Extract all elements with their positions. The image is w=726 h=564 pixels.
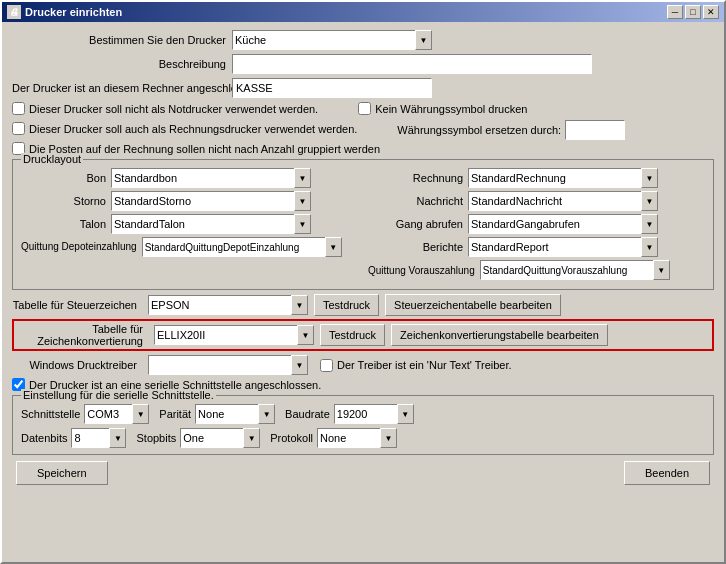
schnittstelle-label: Schnittstelle <box>21 408 80 420</box>
steuerzeichen-row: Tabelle für Steuerzeichen EPSON ▼ Testdr… <box>12 294 714 316</box>
bon-row: Bon Standardbon ▼ <box>21 168 358 188</box>
currency-replace-input[interactable] <box>565 120 625 140</box>
connected-row: Der Drucker ist an diesem Rechner angesc… <box>12 78 714 98</box>
title-buttons: ─ □ ✕ <box>667 5 719 19</box>
rechnungsdrucker-checkbox[interactable] <box>12 122 25 135</box>
storno-select[interactable]: StandardStorno <box>111 191 311 211</box>
notdrucker-label: Dieser Drucker soll nicht als Notdrucker… <box>29 103 318 115</box>
zeichenkonvertierung-bearbeiten-button[interactable]: Zeichenkonvertierungstabelle bearbeiten <box>391 324 608 346</box>
nachricht-select[interactable]: StandardNachricht <box>468 191 658 211</box>
notdrucker-checkbox[interactable] <box>12 102 25 115</box>
protokoll-label: Protokoll <box>270 432 313 444</box>
schnittstelle-field: Schnittstelle COM3 ▼ <box>21 404 149 424</box>
datenbits-field: Datenbits 8 ▼ <box>21 428 126 448</box>
beenden-button[interactable]: Beenden <box>624 461 710 485</box>
printer-row: Bestimmen Sie den Drucker Küche ▼ <box>12 30 714 50</box>
window-title: Drucker einrichten <box>25 6 122 18</box>
rechnungsdrucker-label: Dieser Drucker soll auch als Rechnungsdr… <box>29 123 357 135</box>
talon-row: Talon StandardTalon ▼ <box>21 214 358 234</box>
datenbits-select[interactable]: 8 <box>71 428 126 448</box>
stopbits-field: Stopbits One ▼ <box>136 428 260 448</box>
drucklayout-left: Bon Standardbon ▼ Storno StandardSto <box>21 168 358 283</box>
baudrate-select[interactable]: 19200 <box>334 404 414 424</box>
main-window: 🖨 Drucker einrichten ─ □ ✕ Bestimmen Sie… <box>0 0 726 564</box>
bon-label: Bon <box>21 172 111 184</box>
serial-row-2: Datenbits 8 ▼ Stopbits One <box>21 428 705 448</box>
talon-select[interactable]: StandardTalon <box>111 214 311 234</box>
nur-text-checkbox[interactable] <box>320 359 333 372</box>
paritaet-field: Parität None ▼ <box>159 404 275 424</box>
no-currency-row: Kein Währungssymbol drucken <box>358 102 527 115</box>
windows-treiber-row: Windows Drucktreiber ▼ Der Treiber ist e… <box>12 355 714 375</box>
notdrucker-row: Dieser Drucker soll nicht als Notdrucker… <box>12 102 318 115</box>
serial-row-1: Schnittstelle COM3 ▼ Parität None <box>21 404 705 424</box>
paritaet-select[interactable]: None <box>195 404 275 424</box>
storno-label: Storno <box>21 195 111 207</box>
bottom-buttons: Speichern Beenden <box>12 461 714 485</box>
baudrate-field: Baudrate 19200 ▼ <box>285 404 414 424</box>
bon-select[interactable]: Standardbon <box>111 168 311 188</box>
berichte-select[interactable]: StandardReport <box>468 237 658 257</box>
rechnungsdrucker-row: Dieser Drucker soll auch als Rechnungsdr… <box>12 122 357 135</box>
no-currency-checkbox[interactable] <box>358 102 371 115</box>
no-currency-label: Kein Währungssymbol drucken <box>375 103 527 115</box>
windows-treiber-select[interactable] <box>148 355 308 375</box>
steuerzeichen-bearbeiten-button[interactable]: Steuerzeichentabelle bearbeiten <box>385 294 561 316</box>
speichern-button[interactable]: Speichern <box>16 461 108 485</box>
quittung-depot-row: Quittung Depoteinzahlung StandardQuittun… <box>21 237 358 257</box>
windows-treiber-label: Windows Drucktreiber <box>12 359 142 371</box>
drucklayout-group: Drucklayout Bon Standardbon ▼ St <box>12 159 714 290</box>
connected-label: Der Drucker ist an diesem Rechner angesc… <box>12 82 232 94</box>
quittung-depot-select[interactable]: StandardQuittungDepotEinzahlung <box>142 237 342 257</box>
berichte-row: Berichte StandardReport ▼ <box>368 237 705 257</box>
dialog-content: Bestimmen Sie den Drucker Küche ▼ Beschr… <box>2 22 724 493</box>
currency-replace-label: Währungssymbol ersetzen durch: <box>397 124 561 136</box>
protokoll-select[interactable]: None <box>317 428 397 448</box>
description-input[interactable] <box>232 54 592 74</box>
description-label: Beschreibung <box>12 58 232 70</box>
serial-group: Einstellung für die serielle Schnittstel… <box>12 395 714 455</box>
nachricht-row: Nachricht StandardNachricht ▼ <box>368 191 705 211</box>
protokoll-field: Protokoll None ▼ <box>270 428 397 448</box>
description-row: Beschreibung <box>12 54 714 74</box>
drucklayout-right: Rechnung StandardRechnung ▼ Nachricht <box>368 168 705 283</box>
steuerzeichen-select[interactable]: EPSON <box>148 295 308 315</box>
gang-label: Gang abrufen <box>368 218 468 230</box>
nachricht-label: Nachricht <box>368 195 468 207</box>
quittung-vor-row: Quittung Vorauszahlung StandardQuittungV… <box>368 260 705 280</box>
window-icon: 🖨 <box>7 5 21 19</box>
quittung-vor-label: Quittung Vorauszahlung <box>368 265 480 276</box>
zeichenkonvertierung-select[interactable]: ELLIX20II <box>154 325 314 345</box>
quittung-depot-label: Quittung Depoteinzahlung <box>21 241 142 253</box>
stopbits-label: Stopbits <box>136 432 176 444</box>
drucklayout-title: Drucklayout <box>21 153 83 165</box>
baudrate-label: Baudrate <box>285 408 330 420</box>
zeichenkonvertierung-highlighted-row: Tabelle für Zeichenkonvertierung ELLIX20… <box>12 319 714 351</box>
printer-select[interactable]: Küche <box>232 30 432 50</box>
printer-label: Bestimmen Sie den Drucker <box>12 34 232 46</box>
schnittstelle-select[interactable]: COM3 <box>84 404 149 424</box>
nur-text-label: Der Treiber ist ein 'Nur Text' Treiber. <box>337 359 512 371</box>
paritaet-label: Parität <box>159 408 191 420</box>
gang-select[interactable]: StandardGangabrufen <box>468 214 658 234</box>
steuerzeichen-label: Tabelle für Steuerzeichen <box>12 299 142 311</box>
stopbits-select[interactable]: One <box>180 428 260 448</box>
gang-row: Gang abrufen StandardGangabrufen ▼ <box>368 214 705 234</box>
maximize-button[interactable]: □ <box>685 5 701 19</box>
rechnung-row: Rechnung StandardRechnung ▼ <box>368 168 705 188</box>
steuerzeichen-testdruck-button[interactable]: Testdruck <box>314 294 379 316</box>
talon-label: Talon <box>21 218 111 230</box>
rechnung-select[interactable]: StandardRechnung <box>468 168 658 188</box>
rechnung-label: Rechnung <box>368 172 468 184</box>
connected-input[interactable] <box>232 78 432 98</box>
datenbits-label: Datenbits <box>21 432 67 444</box>
berichte-label: Berichte <box>368 241 468 253</box>
close-button[interactable]: ✕ <box>703 5 719 19</box>
quittung-vor-select[interactable]: StandardQuittungVorauszahlung <box>480 260 670 280</box>
serial-group-title: Einstellung für die serielle Schnittstel… <box>21 389 216 401</box>
title-bar: 🖨 Drucker einrichten ─ □ ✕ <box>2 2 724 22</box>
gruppiert-row: Die Posten auf der Rechnung sollen nicht… <box>12 142 714 155</box>
storno-row: Storno StandardStorno ▼ <box>21 191 358 211</box>
zeichenkonvertierung-testdruck-button[interactable]: Testdruck <box>320 324 385 346</box>
minimize-button[interactable]: ─ <box>667 5 683 19</box>
